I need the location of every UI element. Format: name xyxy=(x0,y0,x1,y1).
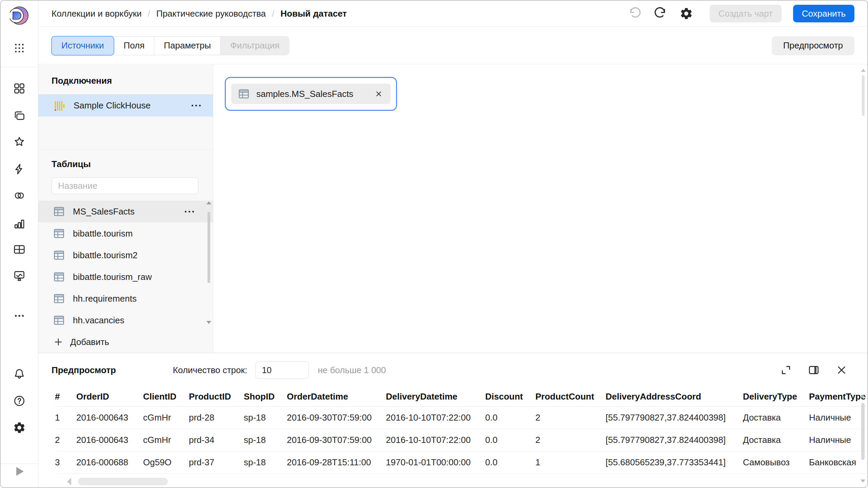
cell: Og59O xyxy=(143,457,189,468)
scroll-up-arrow[interactable] xyxy=(861,69,866,72)
expand-preview-icon[interactable] xyxy=(780,364,792,377)
canvas-scrollbar[interactable] xyxy=(861,69,866,116)
undo-icon[interactable] xyxy=(628,6,642,21)
scroll-down-arrow[interactable] xyxy=(861,480,865,483)
header-cell: ShopID xyxy=(244,391,287,402)
more-icon[interactable] xyxy=(13,309,26,322)
preview-table-vertical-scrollbar[interactable] xyxy=(860,394,866,483)
cell: Доставка xyxy=(743,412,809,423)
table-item[interactable]: hh.vacancies xyxy=(38,309,213,331)
header-cell: DeliveryAddressCoord xyxy=(606,391,743,402)
table-icon xyxy=(53,314,65,326)
table-icon xyxy=(53,271,65,283)
datalens-logo[interactable] xyxy=(10,6,29,25)
favorites-star-icon[interactable] xyxy=(13,136,26,148)
scroll-thumb[interactable] xyxy=(861,403,865,460)
preview-toggle-button[interactable]: Предпросмотр xyxy=(772,36,854,55)
cell: Наличные xyxy=(809,412,867,423)
scroll-up-arrow[interactable] xyxy=(861,394,865,398)
remove-source-icon[interactable] xyxy=(374,89,384,99)
table-item-selected[interactable]: MS_SalesFacts xyxy=(38,201,213,222)
cell: 2016-000643 xyxy=(76,412,143,423)
left-rail xyxy=(1,1,38,487)
scroll-up-arrow[interactable] xyxy=(206,201,211,204)
table-search-input[interactable] xyxy=(52,177,198,194)
preview-header: Предпросмотр Количество строк: не больше… xyxy=(38,353,867,387)
table-item[interactable]: bibattle.tourism2 xyxy=(38,244,213,266)
scroll-thumb[interactable] xyxy=(208,212,210,283)
cell: Самовывоз xyxy=(743,457,809,468)
breadcrumb-current: Новый датасет xyxy=(280,8,347,19)
table-item[interactable]: bibattle.tourism_raw xyxy=(38,266,213,288)
source-chip-label: samples.MS_SalesFacts xyxy=(256,89,353,99)
datasets-icon[interactable] xyxy=(13,189,26,202)
cell: 2016-000688 xyxy=(76,457,143,468)
dataset-settings-gear-icon[interactable] xyxy=(679,6,693,21)
cell: 0.0 xyxy=(485,435,535,445)
connections-bolt-icon[interactable] xyxy=(13,163,26,176)
editor-monitor-icon[interactable] xyxy=(13,269,26,282)
breadcrumb-collections[interactable]: Коллекции и воркбуки xyxy=(52,8,142,19)
apps-grid-icon[interactable] xyxy=(13,42,26,55)
cell: 1 xyxy=(535,457,606,468)
redo-icon[interactable] xyxy=(653,6,668,21)
table-icon xyxy=(238,88,250,100)
header-cell: ClientID xyxy=(143,391,189,402)
dataset-tabs: Источники Поля Параметры Фильтрация xyxy=(52,36,289,55)
cell: prd-28 xyxy=(189,412,244,423)
preview-panel: Предпросмотр Количество строк: не больше… xyxy=(38,353,867,487)
table-icon xyxy=(53,293,65,304)
add-table-button[interactable]: Добавить xyxy=(38,331,213,353)
scroll-thumb[interactable] xyxy=(78,478,168,485)
split-view-icon[interactable] xyxy=(807,364,820,377)
charts-icon[interactable] xyxy=(13,217,26,230)
save-button[interactable]: Сохранить xyxy=(793,5,854,22)
tables-list-scrollbar[interactable] xyxy=(206,201,211,324)
preview-table-horizontal-scrollbar[interactable] xyxy=(67,478,168,485)
cell: 2 xyxy=(55,435,76,445)
cell: 2 xyxy=(535,412,606,423)
row-count-hint: не больше 1 000 xyxy=(318,365,386,375)
table-icon xyxy=(53,206,65,217)
rail-divider-bottom xyxy=(1,464,38,464)
preview-title: Предпросмотр xyxy=(52,365,116,375)
preview-actions xyxy=(780,364,848,377)
close-preview-icon[interactable] xyxy=(835,364,848,377)
tab-fields[interactable]: Поля xyxy=(114,36,155,55)
settings-gear-icon[interactable] xyxy=(13,421,26,434)
cell: 0.0 xyxy=(485,412,535,423)
cell: 2016-09-28T15:11:00 xyxy=(287,457,386,468)
plus-icon xyxy=(53,337,63,347)
create-chart-button[interactable]: Создать чарт xyxy=(710,5,782,22)
cell: Наличные xyxy=(809,435,867,445)
breadcrumb-guides[interactable]: Практические руководства xyxy=(156,8,266,19)
app-window: Коллекции и воркбуки / Практические руко… xyxy=(0,0,868,488)
table-item[interactable]: hh.requirements xyxy=(38,288,213,309)
table-item[interactable]: bibattle.tourism xyxy=(38,223,213,244)
scroll-left-arrow[interactable] xyxy=(67,478,71,485)
header-cell: # xyxy=(55,391,76,402)
row-count-input[interactable] xyxy=(255,361,309,379)
tab-filtering[interactable]: Фильтрация xyxy=(221,36,289,55)
header-cell: Discount xyxy=(485,391,535,402)
workbooks-icon[interactable] xyxy=(13,109,26,122)
selected-source-card[interactable]: samples.MS_SalesFacts xyxy=(225,77,397,111)
expand-sidebar-icon[interactable] xyxy=(16,467,24,476)
table-row: 3 2016-000688 Og59O prd-37 sp-18 2016-09… xyxy=(55,451,867,474)
tab-parameters[interactable]: Параметры xyxy=(154,36,221,55)
scroll-thumb[interactable] xyxy=(862,75,865,116)
tab-sources[interactable]: Источники xyxy=(51,36,114,56)
help-icon[interactable] xyxy=(13,394,26,407)
source-chip[interactable]: samples.MS_SalesFacts xyxy=(231,84,391,104)
cell: sp-18 xyxy=(244,457,287,468)
dashboards-icon[interactable] xyxy=(13,243,26,256)
connection-more-icon[interactable] xyxy=(192,105,213,106)
collections-icon[interactable] xyxy=(13,82,26,95)
breadcrumb: Коллекции и воркбуки / Практические руко… xyxy=(52,8,347,19)
tables-section-title: Таблицы xyxy=(52,159,91,169)
cell: Доставка xyxy=(743,435,809,445)
notifications-bell-icon[interactable] xyxy=(13,368,26,381)
scroll-down-arrow[interactable] xyxy=(206,321,211,324)
connection-item-sample-clickhouse[interactable]: Sample ClickHouse xyxy=(38,95,213,117)
cell: [55.797790827,37.824400398] xyxy=(606,412,743,423)
